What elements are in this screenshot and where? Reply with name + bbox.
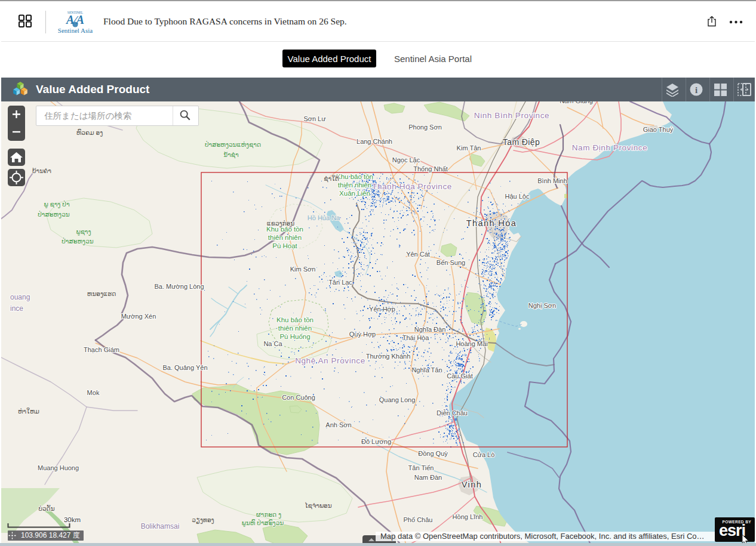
- svg-text:Diễn Châu: Diễn Châu: [437, 409, 468, 417]
- svg-text:Cửa Lò: Cửa Lò: [473, 451, 495, 458]
- svg-text:Ba. Quảng Yên: Ba. Quảng Yên: [162, 364, 207, 371]
- svg-text:ປ່າສະຫງວນ: ປ່າສະຫງວນ: [62, 237, 94, 245]
- svg-text:Kim Tân: Kim Tân: [457, 144, 481, 152]
- svg-text:ຫົວຄມ ອງ: ຫົວຄມ ອງ: [76, 129, 103, 137]
- svg-text:Cầu Giát: Cầu Giát: [447, 372, 472, 380]
- svg-text:Ba. Mường Lòng: Ba. Mường Lòng: [154, 283, 204, 290]
- svg-text:Nam Đàn: Nam Đàn: [414, 474, 442, 481]
- svg-text:Nam Định Province: Nam Định Province: [572, 143, 648, 152]
- svg-text:Xuân Liên: Xuân Liên: [339, 190, 370, 197]
- svg-text:Vinh: Vinh: [462, 480, 482, 489]
- svg-text:Phong Sơn: Phong Sơn: [408, 124, 442, 131]
- svg-text:30km: 30km: [64, 516, 81, 523]
- svg-text:Lang Chánh: Lang Chánh: [357, 138, 392, 145]
- svg-text:Hoàng Mai: Hoàng Mai: [456, 340, 487, 347]
- svg-text:Bình Minh: Bình Minh: [537, 177, 567, 184]
- svg-text:Pù Hoạt: Pù Hoạt: [272, 242, 297, 249]
- svg-text:Hậu Lộc: Hậu Lộc: [505, 193, 530, 200]
- svg-text:ຊຳໃຕ້: ຊຳໃຕ້: [324, 175, 339, 183]
- svg-text:Giao Thuỷ: Giao Thuỷ: [643, 126, 674, 133]
- svg-text:ໄຊຈຳພອນ: ໄຊຈຳພອນ: [305, 502, 331, 510]
- svg-text:ບ້ານຄຳ: ບ້ານຄຳ: [32, 167, 51, 174]
- svg-text:Khu bảo tồn: Khu bảo tồn: [276, 316, 314, 323]
- svg-text:Bến Sung: Bến Sung: [437, 259, 465, 266]
- svg-text:Nghị Sơn: Nghị Sơn: [528, 302, 556, 309]
- svg-text:ຫ່າໃຫມ: ຫ່າໃຫມ: [18, 408, 39, 415]
- svg-text:Quỳ Hợp: Quỳ Hợp: [349, 331, 376, 338]
- svg-text:Mok: Mok: [87, 389, 100, 396]
- svg-text:Phố Châu: Phố Châu: [404, 516, 433, 523]
- svg-text:Hồ Hủa Na: Hồ Hủa Na: [308, 214, 340, 221]
- svg-text:Nghệ An Province: Nghệ An Province: [295, 356, 365, 365]
- svg-text:Ngọc Lặc: Ngọc Lặc: [392, 156, 420, 164]
- svg-text:Muang Huong: Muang Huong: [38, 464, 79, 471]
- svg-text:Nghĩa Tân: Nghĩa Tân: [411, 366, 442, 374]
- svg-text:ບ່ວດັນ: ບ່ວດັນ: [38, 505, 54, 512]
- svg-text:Ninh Bình Province: Ninh Bình Province: [474, 111, 549, 120]
- svg-text:Anh Sơn: Anh Sơn: [325, 421, 351, 428]
- svg-text:ປ່າສະຫງວນແຫ່ງຊາດ: ປ່າສະຫງວນແຫ່ງຊາດ: [205, 141, 261, 149]
- svg-text:Thương Khánh: Thương Khánh: [366, 353, 411, 360]
- svg-text:Tân Tiến: Tân Tiến: [408, 464, 434, 471]
- svg-text:Thống Nhất: Thống Nhất: [413, 165, 447, 172]
- svg-text:i: i: [695, 85, 697, 95]
- svg-text:ຜາກະດ ງ: ຜາກະດ ງ: [256, 511, 281, 519]
- svg-text:Thái Hòa: Thái Hòa: [402, 334, 430, 341]
- svg-text:Yên Hợp: Yên Hợp: [369, 306, 395, 313]
- svg-text:thiên nhiên: thiên nhiên: [268, 234, 302, 241]
- svg-text:Hồng Lĩnh: Hồng Lĩnh: [453, 513, 483, 520]
- svg-text:ວຽງທອງ: ວຽງທອງ: [192, 516, 214, 524]
- svg-text:Kim Sơn: Kim Sơn: [290, 266, 316, 273]
- svg-text:ພູ ຊາງ ປ່າ: ພູ ຊາງ ປ່າ: [44, 200, 69, 208]
- svg-text:Thạch Giám: Thạch Giám: [84, 346, 119, 353]
- svg-text:ປ່າສະຫງວນ: ປ່າສະຫງວນ: [38, 211, 70, 218]
- svg-text:Nghĩa Đàn: Nghĩa Đàn: [414, 326, 446, 333]
- svg-text:Bolikhamsai: Bolikhamsai: [141, 522, 180, 530]
- svg-text:Yên Cát: Yên Cát: [406, 251, 430, 258]
- svg-text:Pù Huống: Pù Huống: [279, 333, 310, 340]
- svg-text:Đồng Quỳ: Đồng Quỳ: [418, 450, 448, 457]
- svg-text:Quang Long: Quang Long: [379, 396, 416, 403]
- svg-text:ຫນອງແຮດ: ຫນອງແຮດ: [87, 290, 116, 298]
- svg-text:Thanh Hóa: Thanh Hóa: [466, 218, 517, 228]
- svg-text:Tân Lạc: Tân Lạc: [328, 279, 352, 286]
- svg-text:Con Cuông: Con Cuông: [282, 394, 315, 401]
- svg-text:ແຂວງກ່ອນ: ແຂວງກ່ອນ: [267, 220, 294, 227]
- svg-text:ນ້ຳຊຳ: ນ້ຳຊຳ: [223, 151, 238, 159]
- svg-text:ince: ince: [10, 304, 23, 313]
- svg-text:Thanh Hóa Province: Thanh Hóa Province: [372, 182, 452, 191]
- svg-text:Sentinel Asia: Sentinel Asia: [58, 27, 93, 34]
- svg-text:Tam Điệp: Tam Điệp: [503, 137, 540, 147]
- svg-text:Khu bảo tồn: Khu bảo tồn: [336, 173, 373, 180]
- svg-text:ພູນຫົ ປ່າສະົງວນ: ພູນຫົ ປ່າສະົງວນ: [242, 519, 284, 527]
- svg-text:Đô Lương: Đô Lương: [361, 438, 391, 445]
- svg-text:Na Ca: Na Ca: [263, 340, 282, 347]
- svg-text:thiên nhiên: thiên nhiên: [278, 325, 312, 332]
- svg-text:Sơn Lư: Sơn Lư: [303, 115, 326, 122]
- svg-text:thiên nhiên: thiên nhiên: [338, 181, 371, 189]
- svg-text:Mường Xén: Mường Xén: [121, 313, 156, 320]
- svg-text:ພູຊາງ: ພູຊາງ: [76, 228, 91, 236]
- svg-text:ouang: ouang: [10, 293, 30, 301]
- svg-text:Nam Giang: Nam Giang: [560, 101, 593, 104]
